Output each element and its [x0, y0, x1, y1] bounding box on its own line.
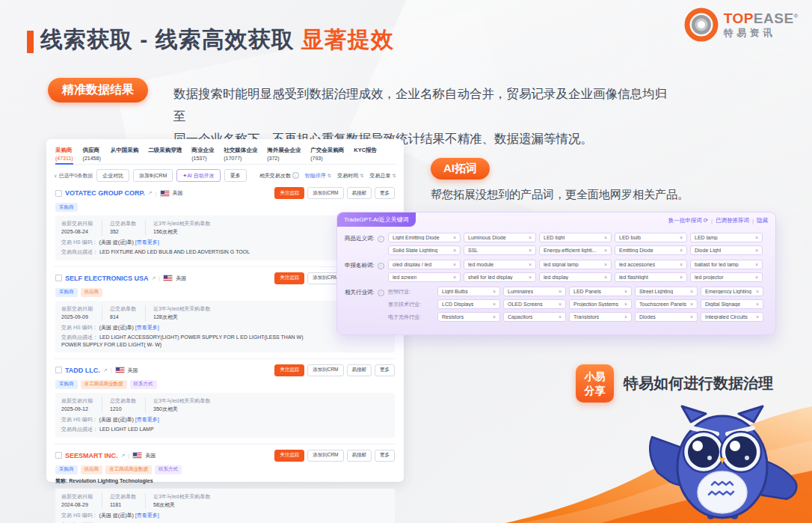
keyword-tag[interactable]: Emitting Diode×	[615, 245, 687, 255]
add-to-crm-button[interactable]: 添加到CRM	[307, 450, 343, 462]
keyword-tag[interactable]: Integrated Circuits×	[701, 312, 763, 322]
external-link-icon[interactable]: ↗	[152, 275, 156, 281]
keyword-tag[interactable]: OLED Screens×	[503, 299, 566, 309]
add-to-crm-button[interactable]: 添加到CRM	[307, 187, 343, 199]
external-link-icon[interactable]: ↗	[148, 190, 153, 196]
company-checkbox[interactable]	[55, 452, 62, 459]
keyword-tag[interactable]: Diode Light×	[690, 245, 763, 255]
tab-商业企业[interactable]: 商业企业(1537)	[191, 147, 214, 161]
chevron-down-icon[interactable]: ∨	[54, 173, 57, 178]
view-more-link[interactable]: [查看更多]	[135, 513, 159, 518]
more-button[interactable]: 更多	[375, 187, 395, 199]
remove-tag-icon[interactable]: ×	[559, 314, 562, 319]
keyword-tag[interactable]: led display×	[539, 272, 612, 282]
company-checkbox[interactable]	[55, 190, 62, 197]
remove-tag-icon[interactable]: ×	[529, 248, 532, 253]
remove-tag-icon[interactable]: ×	[680, 235, 683, 240]
remove-tag-icon[interactable]: ×	[529, 262, 532, 267]
tab-从中国采购[interactable]: 从中国采购	[111, 147, 139, 154]
remove-tag-icon[interactable]: ×	[559, 302, 562, 307]
follow-track-button[interactable]: 关注追踪	[274, 187, 304, 199]
keyword-tag[interactable]: Digital Signage×	[701, 299, 763, 309]
tab-KYC报告[interactable]: KYC报告	[354, 147, 377, 154]
keyword-tag[interactable]: Transistors×	[569, 312, 632, 322]
keyword-tag[interactable]: Resistors×	[437, 312, 500, 322]
company-name-link[interactable]: SELF ELECTRONICS USA	[65, 275, 149, 282]
remove-tag-icon[interactable]: ×	[559, 289, 562, 294]
keyword-tag[interactable]: shell for led display×	[464, 272, 536, 282]
sort-smart[interactable]: 智能排序 ⇅	[305, 172, 331, 180]
keyword-tag[interactable]: Energy-efficient lighti...×	[539, 245, 612, 255]
keyword-tag[interactable]: SSL×	[464, 245, 536, 255]
remove-tag-icon[interactable]: ×	[604, 275, 607, 280]
company-checkbox[interactable]	[55, 275, 62, 281]
remove-tag-icon[interactable]: ×	[529, 235, 532, 240]
remove-tag-icon[interactable]: ×	[680, 275, 683, 280]
tab-二级采购穿透[interactable]: 二级采购穿透	[148, 147, 182, 154]
ai-auto-develop-button[interactable]: ✦AI 自动开发	[176, 169, 220, 182]
remove-tag-icon[interactable]: ×	[604, 248, 607, 253]
external-link-icon[interactable]: ↗	[121, 453, 126, 459]
sort-trade-time[interactable]: 交易时间 ⇅	[337, 172, 363, 180]
remove-tag-icon[interactable]: ×	[756, 314, 759, 319]
keyword-tag[interactable]: Touchscreen Panels×	[635, 299, 698, 309]
follow-track-button[interactable]: 关注追踪	[274, 364, 304, 376]
remove-tag-icon[interactable]: ×	[604, 262, 607, 267]
remove-tag-icon[interactable]: ×	[755, 275, 758, 280]
mail-search-button[interactable]: 易搜邮	[347, 187, 372, 199]
remove-tag-icon[interactable]: ×	[755, 248, 758, 253]
more-button[interactable]: 更多	[224, 169, 247, 182]
remove-tag-icon[interactable]: ×	[755, 235, 758, 240]
remove-tag-icon[interactable]: ×	[756, 289, 759, 294]
mail-search-button[interactable]: 易搜邮	[347, 450, 372, 462]
mail-search-button[interactable]: 易搜邮	[347, 364, 372, 376]
keyword-tag[interactable]: Capacitors×	[503, 312, 566, 322]
tab-社交媒体企业[interactable]: 社交媒体企业(17077)	[224, 147, 257, 161]
company-compare-button[interactable]: 企业对比	[96, 169, 129, 182]
follow-track-button[interactable]: 关注追踪	[274, 450, 304, 462]
keyword-tag[interactable]: led flashlight×	[615, 272, 687, 282]
company-name-link[interactable]: VOTATEC GROUP CORP.	[65, 189, 145, 197]
remove-tag-icon[interactable]: ×	[453, 235, 456, 240]
keyword-tag[interactable]: Light Emitting Diode×	[388, 233, 461, 242]
keyword-tag[interactable]: led signal lamp×	[539, 260, 612, 269]
add-to-crm-button[interactable]: 添加到CRM	[133, 169, 173, 182]
remove-tag-icon[interactable]: ×	[756, 302, 759, 307]
keyword-tag[interactable]: led projector×	[690, 272, 763, 282]
remove-tag-icon[interactable]: ×	[453, 248, 456, 253]
tab-海外展会企业[interactable]: 海外展会企业(372)	[267, 147, 301, 161]
follow-track-button[interactable]: 关注追踪	[274, 272, 304, 284]
keyword-tag[interactable]: Light Bulbs×	[437, 287, 500, 296]
keyword-tag[interactable]: led accessories×	[615, 260, 687, 269]
external-link-icon[interactable]: ↗	[103, 367, 108, 373]
company-name-link[interactable]: SEESMART INC.	[65, 452, 118, 459]
remove-tag-icon[interactable]: ×	[604, 235, 607, 240]
remove-tag-icon[interactable]: ×	[493, 314, 496, 319]
adjusted-words-link[interactable]: 已调整推荐词	[716, 217, 749, 224]
view-more-link[interactable]: [查看更多]	[135, 325, 159, 330]
remove-tag-icon[interactable]: ×	[453, 275, 456, 280]
refresh-batch-link[interactable]: 换一批申报词 ⟳	[668, 217, 708, 224]
hide-panel-link[interactable]: 隐藏	[757, 217, 768, 224]
remove-tag-icon[interactable]: ×	[690, 314, 693, 319]
remove-tag-icon[interactable]: ×	[680, 262, 683, 267]
company-checkbox[interactable]	[55, 367, 62, 373]
keyword-tag[interactable]: led module×	[464, 260, 536, 269]
view-more-link[interactable]: [查看更多]	[135, 239, 159, 245]
keyword-tag[interactable]: LED light×	[539, 233, 612, 242]
remove-tag-icon[interactable]: ×	[453, 262, 456, 267]
keyword-tag[interactable]: LED Panels×	[569, 287, 632, 296]
company-name-link[interactable]: TADD LLC.	[65, 367, 100, 374]
keyword-tag[interactable]: ballast for led lamp×	[690, 260, 763, 269]
keyword-tag[interactable]: LED bulb×	[615, 233, 687, 242]
keyword-tag[interactable]: LCD Displays×	[437, 299, 500, 309]
keyword-tag[interactable]: Solid State Lighting×	[388, 245, 461, 255]
keyword-tag[interactable]: Luminous Diode×	[464, 233, 536, 242]
sort-trade-volume[interactable]: 交易总量 ⇅	[370, 172, 396, 180]
keyword-tag[interactable]: Projection Systems×	[569, 299, 632, 309]
tab-广交会采购商[interactable]: 广交会采购商(793)	[310, 147, 344, 161]
more-button[interactable]: 更多	[375, 364, 395, 376]
keyword-tag[interactable]: Emergency Lighting×	[701, 287, 763, 296]
keyword-tag[interactable]: oled display / led×	[388, 260, 461, 269]
remove-tag-icon[interactable]: ×	[493, 289, 496, 294]
